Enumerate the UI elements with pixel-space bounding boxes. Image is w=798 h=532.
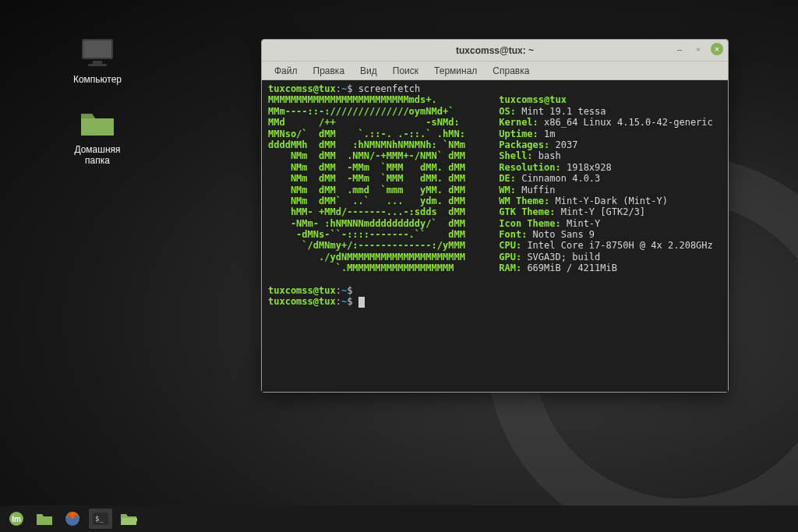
folder-icon: [62, 109, 132, 139]
svg-rect-1: [83, 41, 111, 58]
desktop-icon-computer[interactable]: Компьютер: [62, 37, 132, 85]
menu-edit[interactable]: Правка: [307, 64, 351, 78]
taskbar-files-open[interactable]: [117, 509, 140, 529]
menu-help[interactable]: Справка: [486, 64, 535, 78]
minimize-button[interactable]: –: [673, 43, 686, 55]
folder-icon: [36, 512, 53, 526]
folder-open-icon: [120, 512, 137, 526]
svg-text:$_: $_: [95, 515, 104, 523]
computer-icon: [62, 37, 132, 69]
taskbar[interactable]: lm $_: [0, 506, 798, 532]
taskbar-terminal[interactable]: $_: [89, 509, 112, 529]
menu-button[interactable]: lm: [5, 509, 28, 529]
taskbar-files[interactable]: [33, 509, 56, 529]
terminal-icon: $_: [92, 512, 109, 526]
desktop-icon-home-folder[interactable]: Домашняя папка: [62, 109, 132, 166]
firefox-icon: [65, 511, 80, 527]
menu-file[interactable]: Файл: [268, 64, 304, 78]
svg-rect-2: [93, 61, 102, 64]
window-titlebar[interactable]: tuxcomss@tux: ~ – ▫ ×: [262, 40, 728, 62]
maximize-button[interactable]: ▫: [692, 43, 704, 55]
menu-terminal[interactable]: Терминал: [428, 64, 483, 78]
menu-search[interactable]: Поиск: [387, 64, 425, 78]
terminal-window[interactable]: tuxcomss@tux: ~ – ▫ × Файл Правка Вид По…: [261, 39, 729, 393]
svg-text:lm: lm: [12, 515, 21, 523]
mint-logo-icon: lm: [9, 511, 24, 527]
terminal-output[interactable]: tuxcomss@tux:~$ screenfetch MMMMMMMMMMMM…: [262, 80, 728, 392]
desktop-icon-label: Домашняя папка: [62, 144, 132, 166]
window-controls: – ▫ ×: [673, 43, 723, 55]
close-button[interactable]: ×: [711, 43, 723, 55]
svg-rect-3: [88, 64, 107, 66]
taskbar-firefox[interactable]: [61, 509, 84, 529]
terminal-menubar: Файл Правка Вид Поиск Терминал Справка: [262, 62, 728, 80]
desktop-icon-label: Компьютер: [62, 74, 132, 85]
window-title: tuxcomss@tux: ~: [456, 45, 534, 56]
menu-view[interactable]: Вид: [354, 64, 383, 78]
